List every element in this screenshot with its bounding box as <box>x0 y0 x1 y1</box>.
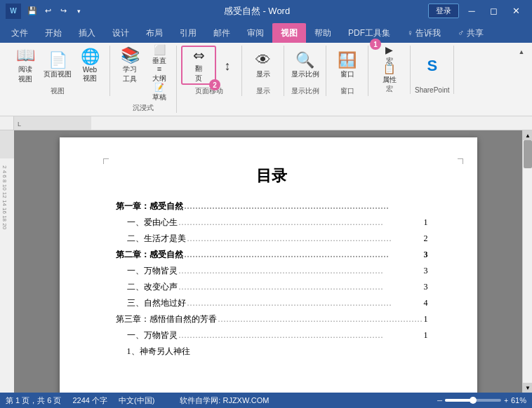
ribbon-group-zoom-label: 显示比例 <box>291 86 319 96</box>
vertical-scrollbar: ▲ ▼ <box>522 130 532 393</box>
tab-mailings[interactable]: 邮件 <box>205 23 239 43</box>
toc-dots-3: ........................................… <box>185 250 423 260</box>
ribbon-group-macro: ▶ 宏 📋 属性 宏 <box>368 46 411 94</box>
ribbon-content: 📖 阅读视图 📄 页面视图 🌐 Web视图 视图 <box>0 43 532 116</box>
toc-page-2: 2 <box>424 233 428 244</box>
page-info-text: 第 1 页，共 6 页 <box>6 395 61 406</box>
macro-col: ▶ 宏 📋 属性 <box>377 46 402 83</box>
vertical-ruler: 2 4 6 8 10 12 14 16 18 20 <box>0 130 14 393</box>
toc-entry-0: 第一章：感受自然 ...............................… <box>116 200 428 212</box>
properties-btn[interactable]: 📋 属性 <box>377 64 402 83</box>
redo-quick-btn[interactable]: ↪ <box>56 4 70 18</box>
page-view-btn[interactable]: 📄 页面视图 <box>42 46 73 85</box>
ribbon-group-immersive-label: 沉浸式 <box>133 103 154 113</box>
web-view-btn[interactable]: 🌐 Web视图 <box>74 46 105 85</box>
ribbon-group-sharepoint-content: S <box>417 46 448 85</box>
customize-quick-btn[interactable]: ▾ <box>72 4 86 18</box>
toc-entry-4: 一、万物皆灵 .................................… <box>116 265 428 277</box>
word-count-text: 2244 个字 <box>72 395 107 406</box>
window-btn[interactable]: 🪟 窗口 <box>332 46 363 85</box>
ribbon-group-show-label: 显示 <box>256 86 270 96</box>
reading-view-btn[interactable]: 📖 阅读视图 <box>10 46 41 85</box>
title-bar-left: W 💾 ↩ ↪ ▾ <box>6 4 86 19</box>
tab-review[interactable]: 审阅 <box>239 23 272 43</box>
undo-quick-btn[interactable]: ↩ <box>41 4 55 18</box>
tab-share[interactable]: ♂ 共享 <box>449 23 491 43</box>
tab-layout[interactable]: 布局 <box>138 23 171 43</box>
tab-view[interactable]: 视图 <box>272 22 306 43</box>
ribbon-group-sharepoint-label: SharePoint <box>415 86 449 94</box>
tab-pdf[interactable]: PDF工具集 <box>340 23 399 43</box>
zoom-slider[interactable] <box>445 399 501 402</box>
save-quick-btn[interactable]: 💾 <box>25 4 39 18</box>
website-info: 软件自学网: RJZXW.COM <box>180 395 269 406</box>
scroll-track[interactable] <box>523 140 532 383</box>
scroll-up-btn[interactable]: ▲ <box>523 130 532 140</box>
ribbon-group-window-label: 窗口 <box>340 86 354 96</box>
quick-access-toolbar: 💾 ↩ ↪ ▾ <box>25 4 86 18</box>
zoom-out-btn[interactable]: ─ <box>437 397 442 404</box>
tab-file[interactable]: 文件 <box>3 23 36 43</box>
title-bar-controls: 登录 ─ ◻ ✕ <box>428 4 526 18</box>
ribbon-group-show-content: 👁 显示 <box>248 46 279 85</box>
page-view-label: 页面视图 <box>44 69 72 79</box>
toc-dots-1: ........................................… <box>179 217 423 228</box>
scroll-btn[interactable]: ↕ <box>218 46 237 85</box>
web-view-icon: 🌐 <box>81 49 100 64</box>
ribbon: 文件 开始 插入 设计 布局 引用 邮件 审阅 视图 帮助 PDF工具集 ♀ 告… <box>0 22 532 116</box>
tab-design[interactable]: 设计 <box>104 23 138 43</box>
zoom-controls: ─ + 61% <box>437 396 526 404</box>
corner-mark-tl <box>103 158 109 164</box>
ribbon-group-macro-content: ▶ 宏 📋 属性 <box>377 46 402 83</box>
toc-text-7: 第三章：感悟借自然的芳香 <box>116 313 217 325</box>
word-count: 2244 个字 <box>72 395 107 406</box>
tab-home[interactable]: 开始 <box>36 23 70 43</box>
toc-entry-7: 第三章：感悟借自然的芳香 ...........................… <box>116 313 428 325</box>
zoom-btn[interactable]: 🔍 显示比例 <box>290 46 321 85</box>
close-button[interactable]: ✕ <box>507 4 526 18</box>
toc-entry-1: 一、爱由心生 .................................… <box>116 217 428 229</box>
zoom-thumb <box>470 397 477 404</box>
toc-dots-7: ........................................… <box>218 314 423 325</box>
toc-entry-3: 第二章：感受自然 ...............................… <box>116 249 428 261</box>
scroll-thumb[interactable] <box>524 140 532 168</box>
zoom-percent: 61% <box>511 396 526 404</box>
ribbon-collapse-btn[interactable]: ▲ <box>517 47 526 57</box>
ruler-row: L <box>0 116 532 130</box>
draft-btn[interactable]: 📝 草稿 <box>147 83 172 102</box>
toc-dots-2: ........................................… <box>187 233 423 244</box>
ribbon-group-view-content: 📖 阅读视图 📄 页面视图 🌐 Web视图 <box>10 46 105 85</box>
tab-references[interactable]: 引用 <box>171 23 205 43</box>
flip-page-btn[interactable]: ⇔ 翻页 2 <box>181 46 216 85</box>
zoom-in-btn[interactable]: + <box>504 397 508 404</box>
ribbon-group-view-label: 视图 <box>51 86 65 96</box>
document-area: 目录 第一章：感受自然 ............................… <box>14 130 522 393</box>
toc-dots-8: ........................................… <box>179 330 423 341</box>
ribbon-group-macro-label: 宏 <box>386 84 393 94</box>
ribbon-group-sharepoint: S SharePoint <box>411 46 454 94</box>
sharepoint-btn[interactable]: S <box>417 46 448 85</box>
tab-help[interactable]: 帮助 <box>306 23 340 43</box>
restore-button[interactable]: ◻ <box>484 4 504 18</box>
toc-entry-2: 二、生活才是美 ................................… <box>116 233 428 245</box>
login-button[interactable]: 登录 <box>428 4 459 18</box>
tab-tell-me[interactable]: ♀ 告诉我 <box>399 23 449 43</box>
show-btn[interactable]: 👁 显示 <box>248 46 279 85</box>
status-mode-text: 中文(中国) <box>119 395 154 406</box>
scroll-icon: ↕ <box>225 59 231 74</box>
toc-entry-8: 一、万物皆灵 .................................… <box>116 329 428 341</box>
toc-page-4: 3 <box>424 266 428 276</box>
tab-insert[interactable]: 插入 <box>70 23 104 43</box>
vertical-btn[interactable]: ⬜ 垂直 <box>147 46 172 64</box>
reading-view-icon: 📖 <box>16 48 35 63</box>
macro-btn[interactable]: ▶ 宏 <box>377 46 402 64</box>
scroll-down-btn[interactable]: ▼ <box>523 383 532 393</box>
ribbon-group-page-move-content: ⇔ 翻页 2 ↕ <box>181 46 237 85</box>
status-bar: 第 1 页，共 6 页 2244 个字 中文(中国) 软件自学网: RJZXW.… <box>0 393 532 408</box>
ribbon-group-immersive: 📚 学习工具 ⬜ 垂直 ≡ 大纲 📝 <box>110 46 177 113</box>
outline-btn[interactable]: ≡ 大纲 <box>147 64 172 83</box>
learning-tools-btn[interactable]: 📚 学习工具 <box>114 46 145 85</box>
toc-entry-9: 1、神奇另人神往 <box>116 346 428 358</box>
learning-tools-icon: 📚 <box>121 48 140 63</box>
minimize-button[interactable]: ─ <box>462 4 481 18</box>
